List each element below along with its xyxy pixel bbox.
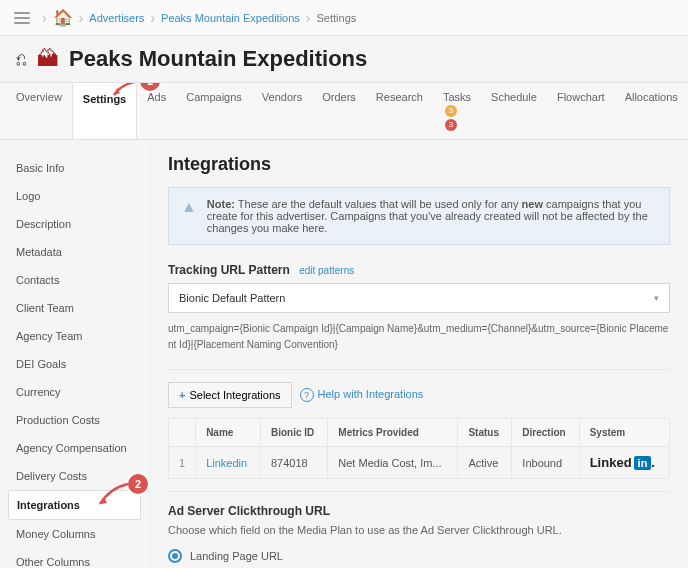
- sidebar-item-basic-info[interactable]: Basic Info: [8, 154, 141, 182]
- breadcrumb-current: Settings: [317, 12, 357, 24]
- clickthrough-subtitle: Choose which field on the Media Plan to …: [168, 524, 670, 536]
- sidebar-item-client-team[interactable]: Client Team: [8, 294, 141, 322]
- tab-allocations[interactable]: Allocations: [615, 83, 688, 139]
- org-chart-icon: ⎌: [16, 49, 27, 70]
- tab-tasks[interactable]: Tasks 3 3: [433, 83, 481, 139]
- plus-icon: +: [179, 389, 185, 401]
- tab-bar: Overview Settings Ads Campaigns Vendors …: [0, 82, 688, 140]
- tracking-pattern-preview: utm_campaign={Bionic Campaign Id}|{Campa…: [168, 321, 670, 353]
- chevron-down-icon: ▾: [654, 293, 659, 303]
- sidebar-item-description[interactable]: Description: [8, 210, 141, 238]
- tasks-badge-warning: 3: [445, 105, 457, 117]
- select-integrations-button[interactable]: + Select Integrations: [168, 382, 292, 408]
- table-row[interactable]: 1 Linkedin 874018 Net Media Cost, Im... …: [169, 447, 670, 479]
- col-bionic-id: Bionic ID: [260, 419, 327, 447]
- sidebar-item-money-columns[interactable]: Money Columns: [8, 520, 141, 548]
- section-heading: Integrations: [168, 154, 670, 175]
- tracking-pattern-select[interactable]: Bionic Default Pattern ▾: [168, 283, 670, 313]
- page-header: ⎌ 🏔 Peaks Mountain Expeditions: [0, 36, 688, 82]
- tab-campaigns[interactable]: Campaigns: [176, 83, 252, 139]
- advertiser-logo-icon: 🏔: [37, 46, 59, 72]
- col-status: Status: [458, 419, 512, 447]
- col-name: Name: [196, 419, 261, 447]
- page-title: Peaks Mountain Expeditions: [69, 46, 367, 72]
- integrations-table: Name Bionic ID Metrics Provided Status D…: [168, 418, 670, 479]
- sidebar-item-production-costs[interactable]: Production Costs: [8, 406, 141, 434]
- hamburger-menu-icon[interactable]: [8, 6, 36, 30]
- sidebar-item-other-columns[interactable]: Other Columns: [8, 548, 141, 568]
- tab-schedule[interactable]: Schedule: [481, 83, 547, 139]
- tasks-badge-alert: 3: [445, 119, 457, 131]
- edit-patterns-link[interactable]: edit patterns: [299, 265, 354, 276]
- col-direction: Direction: [512, 419, 579, 447]
- annotation-callout-2: 2: [128, 474, 148, 494]
- sidebar-item-agency-compensation[interactable]: Agency Compensation: [8, 434, 141, 462]
- tab-overview[interactable]: Overview: [6, 83, 72, 139]
- sidebar-item-delivery-costs[interactable]: Delivery Costs: [8, 462, 141, 490]
- tracking-url-title: Tracking URL Pattern edit patterns: [168, 263, 670, 277]
- warning-icon: ▲: [181, 198, 197, 234]
- tab-flowchart[interactable]: Flowchart: [547, 83, 615, 139]
- sidebar-item-currency[interactable]: Currency: [8, 378, 141, 406]
- tab-vendors[interactable]: Vendors: [252, 83, 312, 139]
- radio-landing-page[interactable]: [168, 549, 182, 563]
- main-panel: Integrations ▲ Note: These are the defau…: [150, 140, 688, 568]
- help-integrations-link[interactable]: Help with Integrations: [300, 388, 424, 402]
- clickthrough-title: Ad Server Clickthrough URL: [168, 504, 670, 518]
- breadcrumb-advertiser-name[interactable]: Peaks Mountain Expeditions: [161, 12, 300, 24]
- tab-orders[interactable]: Orders: [312, 83, 366, 139]
- integration-name-link[interactable]: Linkedin: [206, 457, 247, 469]
- sidebar-item-dei-goals[interactable]: DEI Goals: [8, 350, 141, 378]
- tab-ads[interactable]: Ads: [137, 83, 176, 139]
- home-icon[interactable]: 🏠: [53, 8, 73, 27]
- linkedin-logo-icon: Linkedin.: [590, 455, 655, 470]
- settings-sidebar: Basic Info Logo Description Metadata Con…: [0, 140, 150, 568]
- sidebar-item-integrations[interactable]: Integrations: [8, 490, 141, 520]
- sidebar-item-agency-team[interactable]: Agency Team: [8, 322, 141, 350]
- sidebar-item-metadata[interactable]: Metadata: [8, 238, 141, 266]
- sidebar-item-logo[interactable]: Logo: [8, 182, 141, 210]
- info-note: ▲ Note: These are the default values tha…: [168, 187, 670, 245]
- col-system: System: [579, 419, 669, 447]
- col-metrics: Metrics Provided: [328, 419, 458, 447]
- sidebar-item-contacts[interactable]: Contacts: [8, 266, 141, 294]
- tab-research[interactable]: Research: [366, 83, 433, 139]
- tab-settings[interactable]: Settings: [72, 83, 137, 139]
- breadcrumb-advertisers[interactable]: Advertisers: [89, 12, 144, 24]
- top-bar: › 🏠 › Advertisers › Peaks Mountain Exped…: [0, 0, 688, 36]
